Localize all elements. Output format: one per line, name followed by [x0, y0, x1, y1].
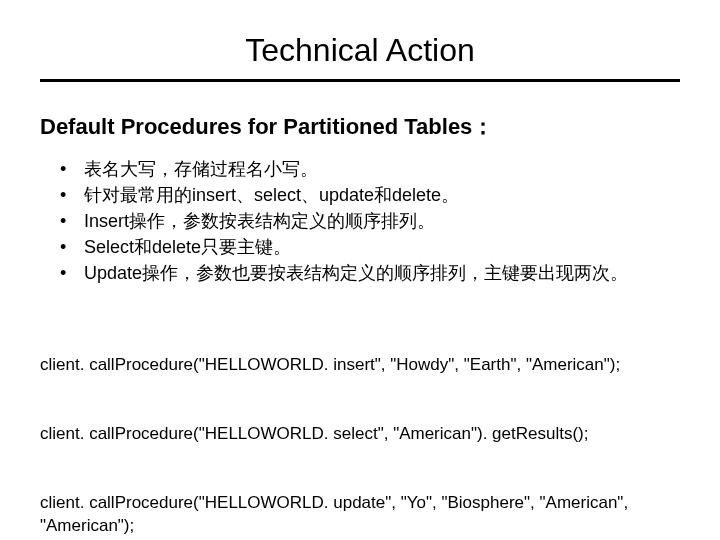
- bullet-list: 表名大写，存储过程名小写。 针对最常用的insert、select、update…: [40, 156, 680, 286]
- list-item: Select和delete只要主键。: [68, 234, 680, 260]
- code-line: client. callProcedure("HELLOWORLD. updat…: [40, 492, 680, 538]
- list-item: 针对最常用的insert、select、update和delete。: [68, 182, 680, 208]
- code-line: client. callProcedure("HELLOWORLD. inser…: [40, 354, 680, 377]
- title-divider: [40, 79, 680, 82]
- code-block: client. callProcedure("HELLOWORLD. inser…: [40, 308, 680, 540]
- list-item: Insert操作，参数按表结构定义的顺序排列。: [68, 208, 680, 234]
- slide: Technical Action Default Procedures for …: [0, 0, 720, 540]
- list-item: 表名大写，存储过程名小写。: [68, 156, 680, 182]
- page-title: Technical Action: [40, 32, 680, 69]
- list-item: Update操作，参数也要按表结构定义的顺序排列，主键要出现两次。: [68, 260, 680, 286]
- code-line: client. callProcedure("HELLOWORLD. selec…: [40, 423, 680, 446]
- section-subtitle: Default Procedures for Partitioned Table…: [40, 112, 680, 142]
